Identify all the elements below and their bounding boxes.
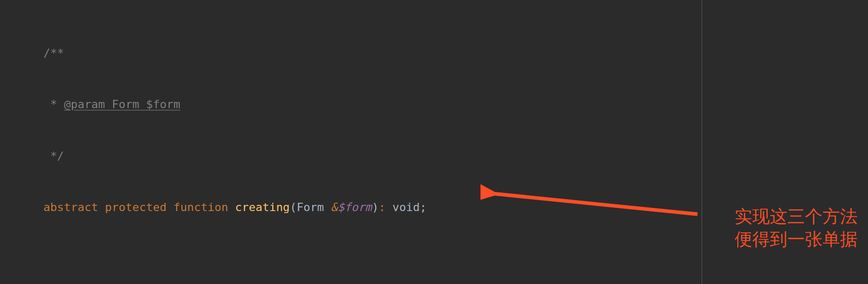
doc-close: */	[43, 147, 64, 165]
var-form: $form	[338, 199, 372, 216]
paren-close: )	[372, 199, 379, 216]
annotation-text: 实现这三个方法 便得到一张单据	[735, 205, 858, 250]
func-creating: creating	[235, 199, 290, 216]
right-margin-ruler	[702, 0, 702, 284]
annotation-line2: 便得到一张单据	[735, 228, 858, 250]
annotation-line1: 实现这三个方法	[735, 205, 858, 228]
semi: ;	[420, 199, 427, 216]
param-type: Form	[297, 199, 331, 216]
amp: &	[331, 199, 337, 216]
void: void	[385, 199, 420, 216]
kw-protected: protected	[105, 199, 166, 216]
kw-abstract: abstract	[43, 199, 98, 216]
kw-function: function	[174, 199, 228, 216]
colon: :	[379, 199, 385, 216]
doc-param-star: *	[43, 96, 64, 113]
doc-open: /**	[43, 44, 64, 62]
paren-open: (	[290, 199, 297, 216]
doc-param-tag: @param	[64, 96, 105, 113]
doc-param-type: Form $form	[105, 96, 180, 113]
